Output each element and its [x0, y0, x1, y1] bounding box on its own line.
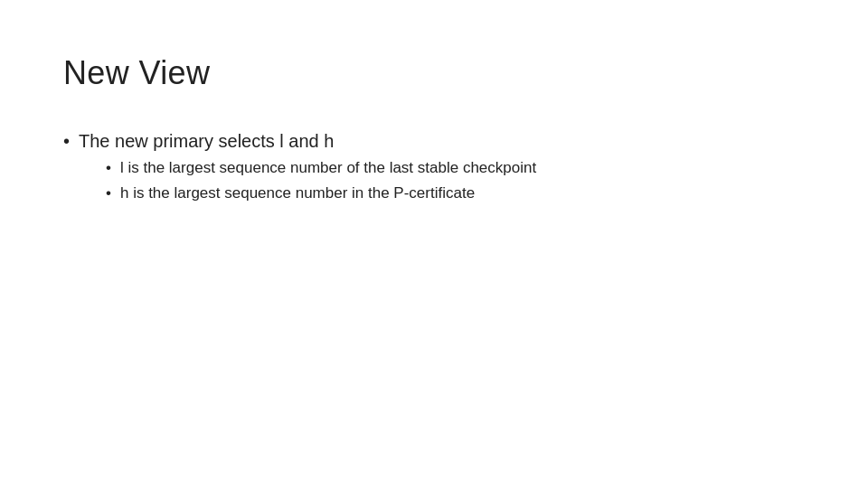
bullet-item-1: • The new primary selects l and h • l is…: [63, 128, 805, 204]
sub-bullets-1: • l is the largest sequence number of th…: [106, 157, 536, 204]
slide-container: New View • The new primary selects l and…: [0, 0, 868, 488]
sub-bullet-item-2: • h is the largest sequence number in th…: [106, 183, 536, 204]
sub-bullet-item-1: • l is the largest sequence number of th…: [106, 157, 536, 179]
sub-bullet-marker-2: •: [106, 183, 111, 204]
content-area: • The new primary selects l and h • l is…: [63, 128, 805, 210]
slide-title: New View: [63, 54, 805, 92]
bullet-text-1: The new primary selects l and h: [79, 131, 334, 151]
sub-bullet-text-2: h is the largest sequence number in the …: [120, 183, 475, 204]
bullet-marker-1: •: [63, 128, 70, 154]
sub-bullet-marker-1: •: [106, 157, 111, 179]
sub-bullet-text-1: l is the largest sequence number of the …: [120, 157, 536, 179]
